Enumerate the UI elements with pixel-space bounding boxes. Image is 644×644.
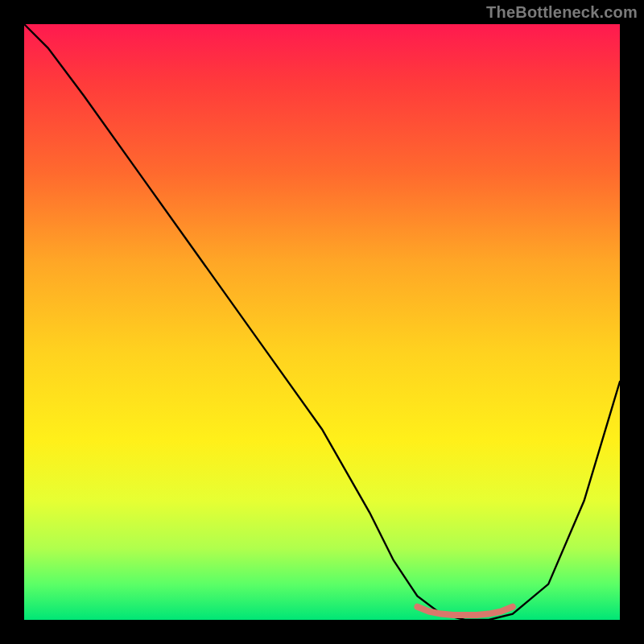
watermark-text: TheBottleneck.com <box>486 3 638 22</box>
plot-area <box>24 24 620 620</box>
bottleneck-curve <box>24 24 620 620</box>
sweet-spot-marker <box>417 607 512 615</box>
chart-container: TheBottleneck.com <box>0 0 644 644</box>
chart-svg <box>24 24 620 620</box>
